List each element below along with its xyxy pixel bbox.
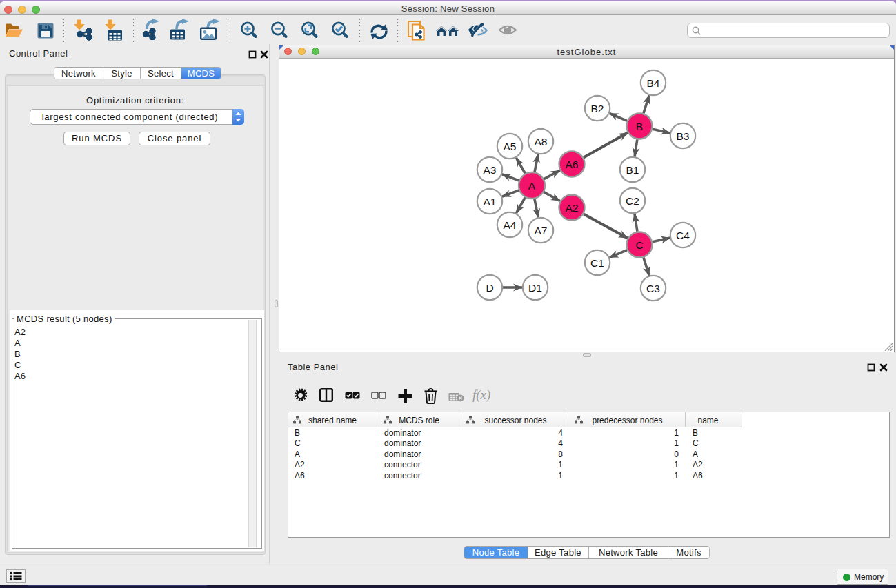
svg-text:C1: C1: [590, 256, 604, 268]
svg-text:D: D: [486, 281, 493, 293]
svg-text:A7: A7: [535, 224, 548, 236]
svg-text:A: A: [528, 179, 536, 191]
svg-text:A5: A5: [504, 140, 517, 152]
svg-text:C2: C2: [626, 194, 639, 206]
svg-text:C4: C4: [676, 229, 690, 241]
svg-text:A1: A1: [484, 195, 497, 207]
svg-text:A3: A3: [484, 163, 497, 175]
svg-text:B3: B3: [677, 130, 690, 141]
svg-text:A6: A6: [566, 158, 579, 170]
svg-text:D1: D1: [528, 281, 542, 293]
svg-text:C3: C3: [646, 282, 660, 294]
svg-text:A4: A4: [504, 219, 517, 230]
svg-text:C: C: [635, 239, 643, 250]
svg-text:B1: B1: [626, 163, 639, 175]
svg-text:A8: A8: [535, 135, 548, 147]
svg-text:B2: B2: [591, 102, 604, 114]
svg-text:B: B: [636, 120, 643, 132]
svg-text:A2: A2: [566, 201, 579, 213]
svg-text:B4: B4: [647, 77, 660, 88]
